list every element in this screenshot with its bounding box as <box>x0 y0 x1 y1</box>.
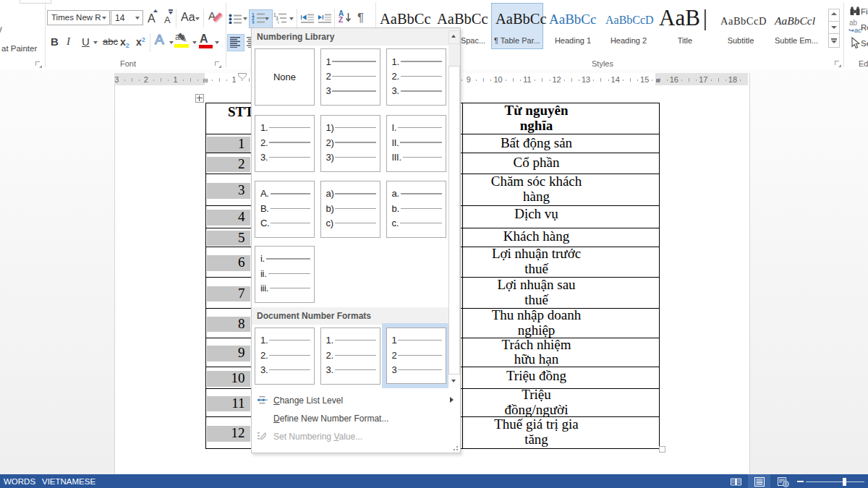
svg-text:i: i <box>278 20 278 25</box>
svg-text:3: 3 <box>252 20 255 25</box>
